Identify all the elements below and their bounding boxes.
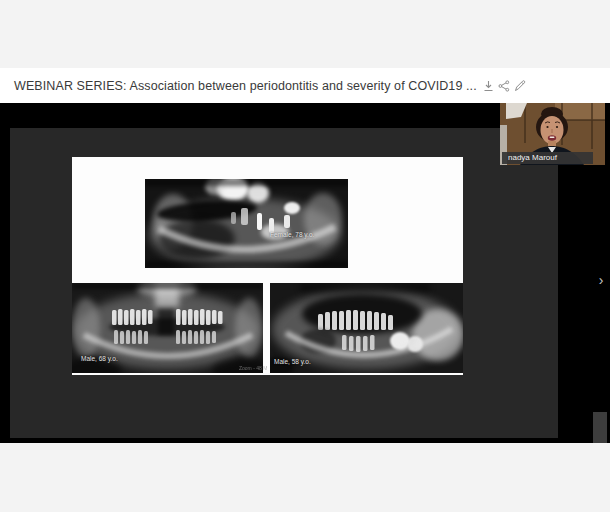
radiograph-label: Male, 58 y.o.: [274, 358, 311, 365]
download-icon[interactable]: [482, 79, 495, 92]
next-chevron-icon[interactable]: ›: [594, 271, 608, 289]
page-title: WEBINAR SERIES: Association between peri…: [14, 79, 477, 93]
radiograph-male-68: Male, 68 y.o.: [72, 283, 263, 373]
radiograph-panel: Female, 78 y.o.: [72, 157, 463, 375]
radiograph-label: Female, 78 y.o.: [270, 231, 314, 238]
scrollbar-thumb[interactable]: [593, 412, 607, 443]
share-icon[interactable]: [498, 79, 511, 92]
participant-name-label: nadya Marouf: [502, 152, 593, 164]
title-bar: WEBINAR SERIES: Association between peri…: [0, 68, 610, 103]
xray-image: [145, 179, 348, 268]
title-actions: [482, 79, 527, 92]
webinar-player-page: WEBINAR SERIES: Association between peri…: [0, 0, 610, 512]
radiograph-label: Male, 68 y.o.: [81, 355, 118, 362]
slide-watermark: Zoom - 48 M: [239, 365, 267, 371]
edit-icon[interactable]: [514, 79, 527, 92]
video-stage: Female, 78 y.o.: [0, 103, 610, 443]
radiograph-female-78: Female, 78 y.o.: [145, 179, 348, 268]
speaker-video-thumbnail[interactable]: nadya Marouf: [500, 103, 605, 165]
radiograph-male-58: Male, 58 y.o.: [270, 283, 463, 373]
presentation-slide: Female, 78 y.o.: [10, 128, 558, 438]
